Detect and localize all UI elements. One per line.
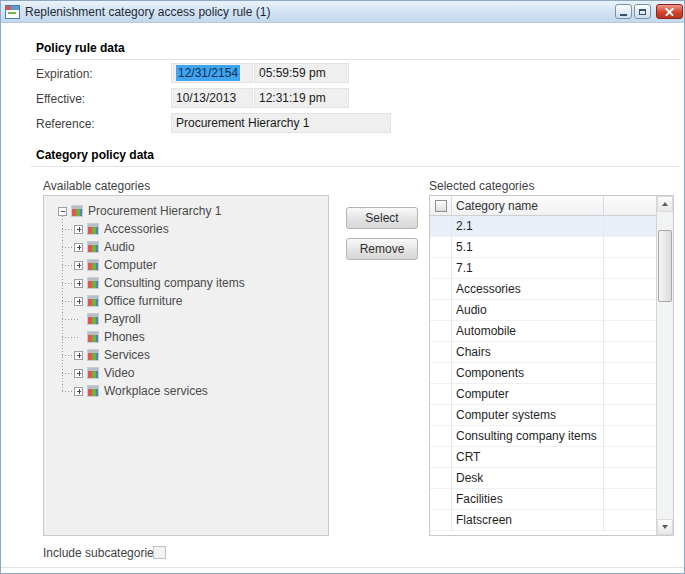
scroll-up-button[interactable] [657,196,673,212]
reference-field[interactable]: Procurement Hierarchy 1 [171,113,391,133]
grid-row[interactable]: 7.1 [430,258,656,279]
grid-row[interactable]: Computer [430,384,656,405]
category-icon [87,295,99,307]
grid-row[interactable]: Accessories [430,279,656,300]
arrow-down-icon [662,525,668,529]
category-name-cell: Computer [452,384,604,404]
effective-date-field[interactable]: 10/13/2013 [171,88,253,108]
expiration-time-field[interactable]: 05:59:59 pm [254,63,349,83]
grid-row[interactable]: Chairs [430,342,656,363]
expand-icon[interactable] [74,261,83,270]
tree-item-label: Phones [104,330,145,344]
empty-cell [604,342,656,362]
category-icon [87,331,99,343]
dialog-window: Replenishment category access policy rul… [0,0,685,574]
vertical-scrollbar[interactable] [656,196,673,535]
expand-icon[interactable] [74,225,83,234]
expand-icon[interactable] [74,351,83,360]
window-icon [5,5,20,19]
empty-cell [604,321,656,341]
row-check-cell [430,342,452,362]
row-check-cell [430,405,452,425]
empty-cell [604,279,656,299]
tree-item-label: Accessories [104,222,169,236]
expiration-date-field[interactable]: 12/31/2154 [171,63,253,83]
tree-item[interactable]: Phones [58,328,328,346]
divider [1,567,684,568]
expand-icon[interactable] [74,243,83,252]
grid-row[interactable]: Consulting company items [430,426,656,447]
tree-item[interactable]: Payroll [58,310,328,328]
remove-button[interactable]: Remove [346,238,418,260]
select-button[interactable]: Select [346,207,418,229]
include-subcategories-checkbox[interactable] [153,546,166,559]
expand-icon[interactable] [74,279,83,288]
category-icon [87,313,99,325]
grid-row[interactable]: 5.1 [430,237,656,258]
category-icon [87,277,99,289]
grid-header: Category name [430,196,656,216]
tree-root-item[interactable]: Procurement Hierarchy 1 [58,202,328,220]
grid-row[interactable]: Audio [430,300,656,321]
empty-cell [604,216,656,236]
row-check-cell [430,279,452,299]
tree-item[interactable]: Video [58,364,328,382]
close-button[interactable] [656,4,683,19]
window-title: Replenishment category access policy rul… [25,5,270,19]
category-name-cell: 7.1 [452,258,604,278]
section-category-policy-data: Category policy data [36,148,154,162]
category-icon [87,241,99,253]
expand-icon[interactable] [74,297,83,306]
tree-item[interactable]: Workplace services [58,382,328,400]
category-icon [87,367,99,379]
effective-label: Effective: [36,92,85,106]
category-icon [71,205,83,217]
select-all-checkbox[interactable] [435,200,447,212]
scrollbar-track[interactable] [657,212,673,519]
category-name-cell: 2.1 [452,216,604,236]
arrow-up-icon [662,202,668,206]
maximize-button[interactable] [634,4,651,19]
grid-row[interactable]: Desk [430,468,656,489]
category-name-column-header[interactable]: Category name [452,196,604,215]
row-check-cell [430,426,452,446]
expand-icon[interactable] [74,369,83,378]
grid-row[interactable]: Flatscreen [430,510,656,531]
empty-cell [604,258,656,278]
tree-item-label: Workplace services [104,384,208,398]
minimize-icon [620,14,627,16]
category-name-cell: 5.1 [452,237,604,257]
empty-cell [604,363,656,383]
tree-item[interactable]: Audio [58,238,328,256]
grid-row[interactable]: 2.1 [430,216,656,237]
grid-row[interactable]: CRT [430,447,656,468]
tree-children: AccessoriesAudioComputerConsulting compa… [58,220,328,400]
close-icon [665,7,674,16]
empty-cell [604,468,656,488]
tree-item[interactable]: Consulting company items [58,274,328,292]
scroll-down-button[interactable] [657,519,673,535]
grid-row[interactable]: Components [430,363,656,384]
tree-item[interactable]: Computer [58,256,328,274]
grid-row[interactable]: Facilities [430,489,656,510]
section-policy-rule-data: Policy rule data [36,41,125,55]
category-name-cell: Components [452,363,604,383]
scrollbar-thumb[interactable] [658,230,672,302]
expand-icon[interactable] [74,387,83,396]
effective-time-field[interactable]: 12:31:19 pm [254,88,349,108]
divider [31,166,680,167]
maximize-icon [639,9,646,15]
category-icon [87,385,99,397]
reference-label: Reference: [36,117,95,131]
minimize-button[interactable] [615,4,632,19]
row-check-cell [430,237,452,257]
tree-item[interactable]: Office furniture [58,292,328,310]
collapse-icon[interactable] [58,207,67,216]
category-name-cell: Flatscreen [452,510,604,530]
tree-item[interactable]: Accessories [58,220,328,238]
grid-row[interactable]: Automobile [430,321,656,342]
category-name-cell: Accessories [452,279,604,299]
tree-item[interactable]: Services [58,346,328,364]
grid-row[interactable]: Computer systems [430,405,656,426]
empty-column-header [604,196,656,215]
